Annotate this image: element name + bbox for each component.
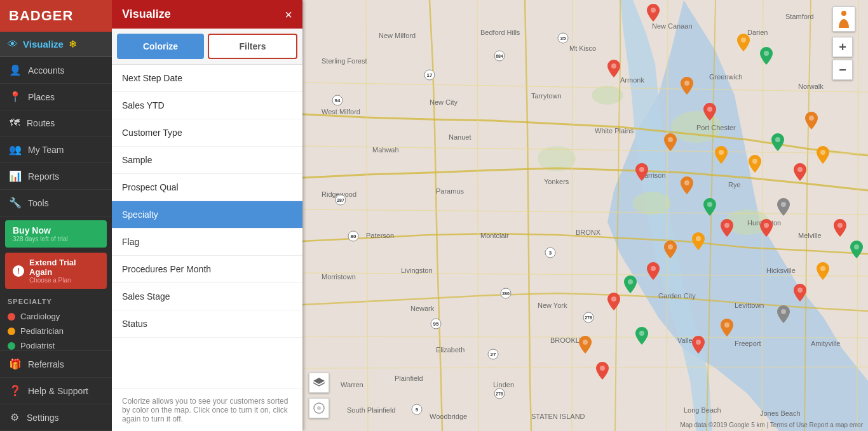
sidebar-item-routes[interactable]: 🗺 Routes: [0, 110, 112, 136]
svg-text:278: 278: [496, 392, 503, 396]
svg-text:West Milford: West Milford: [322, 108, 360, 116]
specialty-item-label: Podiatrist: [20, 341, 55, 350]
panel-close-button[interactable]: ×: [285, 8, 292, 21]
zoom-in-button[interactable]: +: [832, 37, 853, 57]
svg-text:Paramus: Paramus: [436, 187, 465, 195]
svg-text:Harrison: Harrison: [639, 171, 666, 179]
sidebar-item-label: Reports: [28, 171, 59, 182]
panel-list-item-customer_type[interactable]: Customer Type: [112, 119, 302, 147]
places-icon: 📍: [9, 91, 22, 103]
sidebar-item-myteam[interactable]: 👥 My Team: [0, 136, 112, 163]
pediatrician-dot: [8, 328, 15, 335]
specialty-list: Cardiology Pediatrician Podiatrist Prima…: [8, 310, 104, 350]
svg-text:Darien: Darien: [747, 29, 768, 36]
sidebar-item-reports[interactable]: 📊 Reports: [0, 163, 112, 190]
exclamation-icon: !: [13, 265, 24, 277]
map-container[interactable]: Sterling Forest New Milford Bedford Hill…: [302, 0, 868, 431]
panel-list-item-specialty[interactable]: Specialty: [112, 201, 302, 229]
panel-list-item-flag[interactable]: Flag: [112, 229, 302, 256]
zoom-out-button[interactable]: −: [832, 60, 853, 80]
svg-text:Elizabeth: Elizabeth: [436, 346, 465, 354]
panel-list-item-sample[interactable]: Sample: [112, 147, 302, 174]
podiatrist-dot: [8, 342, 15, 350]
reports-icon: 📊: [9, 170, 22, 182]
settings-icon: ⚙: [9, 411, 20, 423]
map-layers-button[interactable]: [309, 373, 329, 393]
buy-now-sub: 328 days left of trial: [13, 235, 99, 242]
sidebar-item-visualize[interactable]: 👁 Visualize ❄: [0, 32, 112, 57]
specialty-item-pediatrician[interactable]: Pediatrician: [8, 325, 104, 337]
sidebar-item-tools[interactable]: 🔧 Tools: [0, 190, 112, 216]
svg-text:94: 94: [335, 98, 341, 103]
sidebar-bottom: 🎁 Referrals ❓ Help & Support ⚙ Settings: [0, 350, 112, 431]
svg-point-3: [592, 86, 623, 105]
buy-now-button[interactable]: Buy Now 328 days left of trial: [5, 220, 107, 248]
buy-now-label: Buy Now: [13, 225, 99, 235]
svg-text:Huntington: Huntington: [747, 219, 781, 227]
sidebar-item-settings[interactable]: ⚙ Settings: [0, 404, 112, 431]
svg-text:Valley: Valley: [677, 336, 696, 344]
map-compass-button[interactable]: [309, 398, 329, 418]
panel-footer: Colorize allows you to see your customer…: [112, 388, 302, 431]
sidebar-item-label: Places: [28, 92, 55, 102]
svg-text:Woodbridge: Woodbridge: [430, 413, 467, 420]
svg-point-117: [317, 406, 321, 410]
sidebar-item-label: My Team: [28, 145, 64, 155]
svg-text:Long Beach: Long Beach: [684, 406, 721, 414]
svg-text:Linden: Linden: [493, 381, 514, 388]
svg-text:Garden City: Garden City: [658, 292, 696, 300]
specialty-item-label: Cardiology: [20, 312, 60, 321]
svg-text:Hicksville: Hicksville: [766, 267, 796, 274]
svg-text:Levittown: Levittown: [735, 302, 764, 309]
panel-list-item-sales_ytd[interactable]: Sales YTD: [112, 92, 302, 119]
panel-list-item-prospect_qual[interactable]: Prospect Qual: [112, 174, 302, 201]
tab-colorize-button[interactable]: Colorize: [117, 34, 204, 59]
sidebar-item-referrals[interactable]: 🎁 Referrals: [0, 351, 112, 378]
sidebar-item-help[interactable]: ❓ Help & Support: [0, 378, 112, 404]
extend-trial-label: Extend Trial Again: [29, 258, 99, 277]
accounts-icon: 👤: [9, 64, 22, 76]
svg-point-2: [633, 192, 671, 215]
specialty-item-cardiology[interactable]: Cardiology: [8, 310, 104, 322]
sidebar-item-label: Accounts: [28, 65, 65, 76]
sidebar: BADGER 👁 Visualize ❄ 👤 Accounts 📍 Places…: [0, 0, 112, 431]
svg-point-113: [841, 11, 846, 16]
panel-list-item-status[interactable]: Status: [112, 310, 302, 338]
svg-text:Yonkers: Yonkers: [544, 178, 569, 185]
tab-filters-button[interactable]: Filters: [208, 34, 297, 59]
svg-text:Greenwich: Greenwich: [709, 73, 743, 81]
svg-text:Mt Kisco: Mt Kisco: [569, 44, 596, 52]
snowflake-icon: ❄: [69, 38, 77, 50]
panel-list-item-next_step_date[interactable]: Next Step Date: [112, 65, 302, 92]
specialty-item-label: Pediatrician: [20, 326, 64, 336]
svg-text:Warren: Warren: [341, 381, 363, 388]
svg-text:Port Chester: Port Chester: [696, 124, 736, 131]
svg-text:Paterson: Paterson: [366, 232, 394, 239]
specialty-header: SPECIALTY: [8, 298, 104, 305]
panel-list-item-sales_stage[interactable]: Sales Stage: [112, 283, 302, 310]
street-view-button[interactable]: [832, 6, 855, 32]
svg-text:287: 287: [337, 198, 344, 202]
help-icon: ❓: [9, 385, 22, 397]
svg-text:Freeport: Freeport: [735, 340, 761, 347]
panel-title: Visualize: [122, 8, 171, 21]
cardiology-dot: [8, 313, 15, 321]
specialty-section: SPECIALTY Cardiology Pediatrician Podiat…: [0, 293, 112, 350]
svg-text:White Plains: White Plains: [595, 127, 634, 135]
svg-text:Morristown: Morristown: [322, 273, 356, 281]
extend-trial-sub: Choose a Plan: [29, 277, 99, 284]
specialty-item-podiatrist[interactable]: Podiatrist: [8, 340, 104, 350]
svg-text:South Plainfield: South Plainfield: [347, 406, 395, 414]
sidebar-item-label: Referrals: [28, 359, 64, 369]
panel-list-item-procedures_per_month[interactable]: Procedures Per Month: [112, 256, 302, 283]
extend-trial-button[interactable]: ! Extend Trial Again Choose a Plan: [5, 253, 107, 289]
sidebar-item-places[interactable]: 📍 Places: [0, 84, 112, 110]
sidebar-item-accounts[interactable]: 👤 Accounts: [0, 57, 112, 84]
svg-text:Mahwah: Mahwah: [372, 146, 399, 154]
app-name: BADGER: [9, 8, 73, 24]
svg-text:STATEN ISLAND: STATEN ISLAND: [531, 413, 585, 420]
visualize-label: Visualize: [23, 39, 64, 50]
svg-text:Norwalk: Norwalk: [798, 83, 824, 90]
logo: BADGER: [0, 0, 112, 32]
svg-text:9: 9: [416, 407, 419, 413]
